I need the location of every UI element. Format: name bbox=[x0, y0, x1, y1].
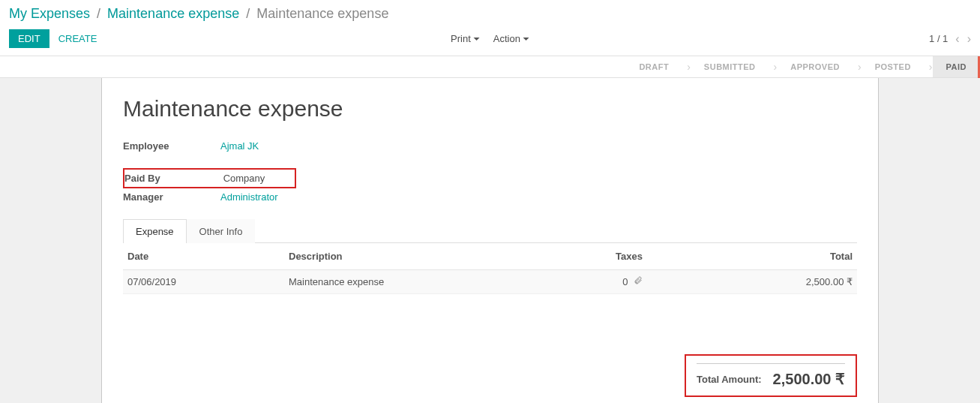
breadcrumb-root[interactable]: My Expenses bbox=[9, 6, 90, 21]
field-row-manager: Manager Administrator bbox=[123, 189, 278, 205]
center-actions: Print Action bbox=[451, 33, 529, 44]
action-label: Action bbox=[493, 33, 520, 44]
employee-value[interactable]: Ajmal JK bbox=[220, 140, 259, 152]
pager: 1 / 1 ‹ › bbox=[929, 32, 971, 46]
total-box: Total Amount: 2,500.00 ₹ bbox=[685, 354, 857, 397]
col-total: Total bbox=[647, 243, 857, 270]
fields-group: Employee Ajmal JK bbox=[123, 138, 259, 154]
breadcrumb-separator: / bbox=[246, 6, 250, 21]
form-sheet-wrapper: Maintenance expense Employee Ajmal JK Pa… bbox=[0, 78, 980, 403]
status-step-posted[interactable]: POSTED bbox=[862, 56, 925, 77]
print-label: Print bbox=[451, 33, 471, 44]
record-title: Maintenance expense bbox=[123, 96, 857, 122]
tabs: Expense Other Info bbox=[123, 218, 857, 243]
caret-down-icon bbox=[474, 38, 480, 41]
breadcrumb-current: Maintenance expense bbox=[256, 6, 388, 21]
header-section: My Expenses / Maintenance expense / Main… bbox=[0, 0, 980, 56]
caret-down-icon bbox=[523, 38, 529, 41]
col-date: Date bbox=[123, 243, 284, 270]
tab-expense[interactable]: Expense bbox=[123, 219, 187, 243]
status-step-submitted[interactable]: SUBMITTED bbox=[691, 56, 769, 77]
col-taxes: Taxes bbox=[497, 243, 647, 270]
toolbar: EDIT CREATE Print Action 1 / 1 ‹ › bbox=[0, 25, 980, 56]
pager-text: 1 / 1 bbox=[929, 33, 948, 44]
total-label: Total Amount: bbox=[697, 374, 762, 385]
employee-label: Employee bbox=[123, 138, 220, 154]
print-dropdown[interactable]: Print bbox=[451, 33, 480, 44]
status-bar: DRAFT› SUBMITTED› APPROVED› POSTED› PAID bbox=[0, 56, 980, 78]
table-header-row: Date Description Taxes Total bbox=[123, 243, 857, 270]
attachment-icon[interactable] bbox=[634, 276, 643, 287]
status-step-draft[interactable]: DRAFT bbox=[625, 56, 682, 77]
breadcrumb-separator: / bbox=[97, 6, 100, 21]
total-wrapper: Total Amount: 2,500.00 ₹ bbox=[123, 354, 857, 397]
status-step-approved[interactable]: APPROVED bbox=[777, 56, 853, 77]
fields-group2: Manager Administrator bbox=[123, 189, 278, 205]
paid-by-label: Paid By bbox=[124, 170, 220, 186]
manager-label: Manager bbox=[123, 189, 220, 205]
cell-total: 2,500.00 ₹ bbox=[647, 270, 857, 294]
cell-taxes: 0 bbox=[497, 270, 647, 294]
form-sheet: Maintenance expense Employee Ajmal JK Pa… bbox=[101, 78, 879, 403]
col-description: Description bbox=[284, 243, 497, 270]
pager-next-icon[interactable]: › bbox=[967, 32, 971, 46]
breadcrumb-parent[interactable]: Maintenance expense bbox=[107, 6, 239, 21]
status-step-paid[interactable]: PAID bbox=[933, 56, 980, 77]
action-dropdown[interactable]: Action bbox=[493, 33, 529, 44]
paid-by-highlight: Paid By Company bbox=[123, 168, 296, 188]
status-steps: DRAFT› SUBMITTED› APPROVED› POSTED› PAID bbox=[625, 56, 980, 77]
attach-count: 0 bbox=[622, 276, 628, 287]
manager-value[interactable]: Administrator bbox=[220, 191, 278, 203]
cell-date: 07/06/2019 bbox=[123, 270, 284, 294]
breadcrumb: My Expenses / Maintenance expense / Main… bbox=[0, 0, 980, 25]
total-value: 2,500.00 ₹ bbox=[773, 370, 845, 388]
expense-table: Date Description Taxes Total 07/06/2019 … bbox=[123, 243, 857, 294]
tab-other-info[interactable]: Other Info bbox=[187, 219, 256, 243]
table-row[interactable]: 07/06/2019 Maintenance expense 0 2,500.0… bbox=[123, 270, 857, 294]
edit-button[interactable]: EDIT bbox=[9, 29, 49, 48]
cell-description: Maintenance expense bbox=[284, 270, 497, 294]
create-button[interactable]: CREATE bbox=[58, 33, 97, 44]
paid-by-value: Company bbox=[223, 173, 265, 184]
pager-prev-icon[interactable]: ‹ bbox=[955, 32, 959, 46]
field-row-employee: Employee Ajmal JK bbox=[123, 138, 259, 154]
